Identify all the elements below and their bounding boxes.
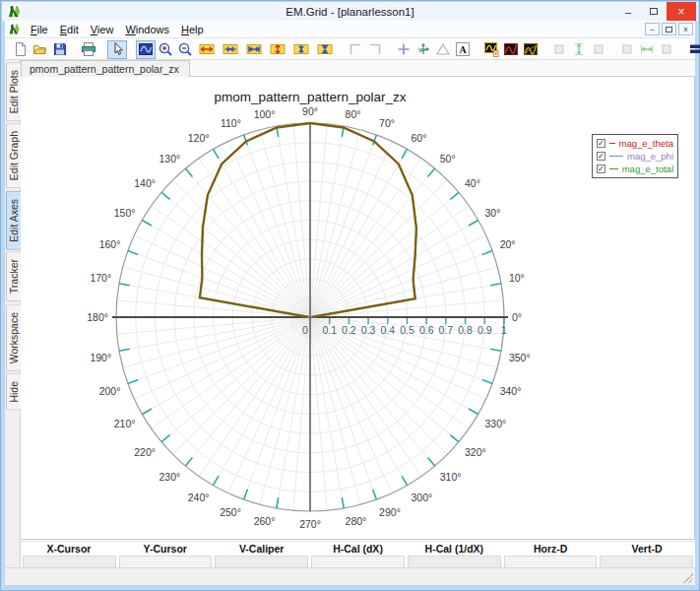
menu-windows[interactable]: Windows	[119, 22, 175, 37]
svg-text:340°: 340°	[500, 385, 522, 397]
v-distribute-button	[569, 40, 589, 59]
zoom-window-button[interactable]	[136, 40, 156, 59]
zoom-out-icon	[177, 41, 193, 57]
expand-y-button[interactable]	[266, 40, 289, 59]
svg-text:0.7: 0.7	[439, 324, 454, 336]
menu-edit[interactable]: Edit	[54, 22, 85, 37]
v-align-box-1-button	[549, 40, 569, 59]
legend-label: mag_e_phi	[627, 151, 673, 162]
expand-y-icon	[270, 41, 286, 57]
select-cursor-button[interactable]	[107, 40, 127, 59]
plot-panel: pmom_pattern_pattern_polar_zx 00.10.20.3…	[21, 77, 695, 540]
svg-text:0.8: 0.8	[458, 324, 473, 336]
plot-properties-button[interactable]	[481, 40, 501, 59]
window-maximize-button[interactable]	[641, 2, 667, 21]
sidebar-tab-edit-graph[interactable]: Edit Graph	[6, 123, 21, 188]
fit-x-button[interactable]	[242, 40, 266, 59]
menu-file[interactable]: File	[25, 22, 54, 37]
plot-style-multi-button[interactable]	[521, 40, 541, 59]
open-file-button[interactable]	[31, 40, 50, 59]
toolbar: ALayout▾	[5, 39, 695, 60]
legend-checkbox[interactable]: ✓	[597, 164, 605, 173]
fit-y-button[interactable]	[313, 40, 337, 59]
svg-text:310°: 310°	[440, 471, 462, 483]
svg-text:40°: 40°	[465, 177, 480, 189]
svg-text:320°: 320°	[465, 446, 486, 458]
svg-text:70°: 70°	[379, 117, 395, 129]
add-cursor-icon	[396, 41, 412, 57]
sidebar-tab-tracker[interactable]: Tracker	[6, 251, 21, 301]
save-file-icon	[52, 41, 68, 57]
v-distribute-icon	[571, 41, 587, 57]
mdi-restore-button[interactable]	[662, 23, 676, 35]
mdi-close-button[interactable]: x	[678, 23, 693, 35]
sidebar-tab-edit-plots[interactable]: Edit Plots	[6, 62, 21, 121]
svg-text:330°: 330°	[485, 418, 507, 429]
svg-text:0.3: 0.3	[361, 324, 376, 336]
mdi-minimize-button[interactable]: –	[645, 23, 660, 35]
svg-text:280°: 280°	[346, 515, 367, 527]
plot-style-multi-icon	[523, 41, 539, 57]
new-file-icon	[13, 41, 29, 57]
legend-label: mag_e_total	[622, 164, 673, 174]
svg-text:0.6: 0.6	[419, 324, 434, 336]
expand-x-button[interactable]	[195, 40, 219, 59]
status-bar	[5, 567, 695, 585]
v-align-box-1-icon	[551, 41, 567, 57]
tracker-column-header: Horz-D	[502, 542, 599, 556]
resize-grip[interactable]	[683, 573, 693, 583]
svg-text:0°: 0°	[512, 311, 522, 323]
sidebar-tab-workspace[interactable]: Workspace	[6, 304, 21, 371]
add-cursor-button[interactable]	[394, 40, 414, 59]
legend-row: ✓mag_e_total	[597, 163, 673, 175]
tracker-column-header: H-Cal (1/dX)	[406, 542, 502, 556]
svg-text:260°: 260°	[254, 515, 276, 527]
menu-view[interactable]: View	[85, 22, 120, 37]
restore-icon	[666, 27, 672, 33]
svg-text:90°: 90°	[302, 105, 318, 117]
window-minimize-button[interactable]: –	[615, 2, 641, 21]
shrink-x-icon	[223, 41, 238, 57]
print-icon	[81, 41, 96, 57]
window-title: EM.Grid - [planarlesson1]	[2, 6, 698, 18]
axes-tracker-button[interactable]	[414, 40, 433, 59]
legend-row: ✓mag_e_phi	[597, 150, 673, 163]
legend-line-swatch	[609, 156, 623, 157]
svg-text:30°: 30°	[485, 207, 501, 219]
svg-text:80°: 80°	[346, 108, 361, 120]
layout-menu-button[interactable]: Layout▾	[685, 40, 700, 58]
radial-tick-labels: 00.10.20.30.40.50.60.70.80.91	[302, 324, 507, 336]
save-file-button[interactable]	[50, 40, 70, 59]
legend-checkbox[interactable]: ✓	[597, 152, 605, 161]
zoom-in-icon	[158, 41, 173, 57]
add-text-icon: A	[455, 41, 471, 57]
plot-style-red-button[interactable]	[501, 40, 521, 59]
add-text-button[interactable]: A	[453, 40, 473, 59]
zoom-window-icon	[138, 41, 154, 57]
shrink-y-icon	[293, 41, 309, 57]
shrink-y-button[interactable]	[289, 40, 313, 59]
shrink-x-button[interactable]	[219, 40, 242, 59]
svg-text:0.4: 0.4	[380, 324, 395, 336]
new-file-button[interactable]	[11, 40, 31, 59]
app-logo-icon	[7, 4, 22, 19]
legend-checkbox[interactable]: ✓	[597, 139, 605, 148]
layout-icon	[689, 41, 700, 57]
sidebar-tab-hide[interactable]: Hide	[6, 373, 21, 411]
legend-label: mag_e_theta	[619, 138, 673, 149]
add-triangle-button	[433, 40, 453, 59]
menu-help[interactable]: Help	[175, 22, 210, 37]
svg-text:200°: 200°	[99, 385, 121, 397]
h-align-box-1-icon	[619, 41, 635, 57]
svg-text:0.1: 0.1	[322, 324, 337, 336]
svg-text:20°: 20°	[500, 238, 516, 250]
h-distribute-icon	[639, 41, 655, 57]
sidebar-tab-edit-axes[interactable]: Edit Axes	[6, 191, 21, 250]
tracker-column-header: V-Caliper	[214, 542, 310, 556]
document-tab[interactable]: pmom_pattern_pattern_polar_zx	[21, 60, 190, 77]
zoom-out-button[interactable]	[175, 40, 195, 59]
window-close-button[interactable]: ×	[667, 2, 696, 21]
zoom-in-button[interactable]	[156, 40, 175, 59]
print-button[interactable]	[79, 40, 98, 59]
h-align-box-2-icon	[659, 41, 674, 57]
